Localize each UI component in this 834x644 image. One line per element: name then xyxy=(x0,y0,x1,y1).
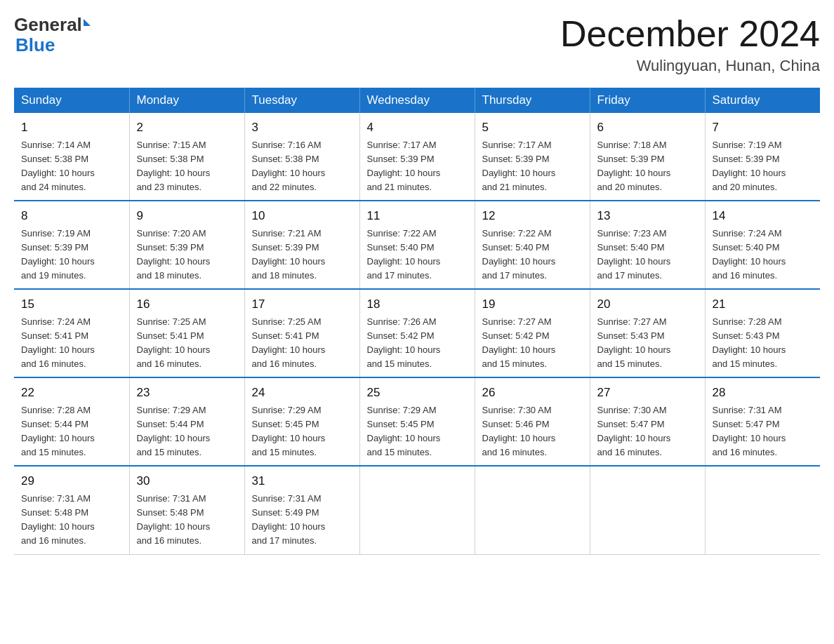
day-cell-24: 24Sunrise: 7:29 AMSunset: 5:45 PMDayligh… xyxy=(244,377,359,466)
week-row-4: 22Sunrise: 7:28 AMSunset: 5:44 PMDayligh… xyxy=(14,377,820,466)
day-info: Sunrise: 7:19 AMSunset: 5:39 PMDaylight:… xyxy=(713,138,814,195)
empty-cell xyxy=(705,466,820,554)
day-number: 6 xyxy=(597,119,698,137)
empty-cell xyxy=(475,466,590,554)
day-info: Sunrise: 7:27 AMSunset: 5:42 PMDaylight:… xyxy=(482,315,583,372)
day-number: 1 xyxy=(21,119,122,137)
day-number: 30 xyxy=(137,472,237,490)
header-day-friday: Friday xyxy=(590,88,705,113)
day-cell-20: 20Sunrise: 7:27 AMSunset: 5:43 PMDayligh… xyxy=(590,289,705,377)
day-cell-9: 9Sunrise: 7:20 AMSunset: 5:39 PMDaylight… xyxy=(129,201,244,289)
logo-general: General xyxy=(14,14,82,36)
day-number: 8 xyxy=(21,207,122,225)
day-info: Sunrise: 7:29 AMSunset: 5:45 PMDaylight:… xyxy=(367,403,468,460)
header-day-wednesday: Wednesday xyxy=(359,88,475,113)
day-cell-7: 7Sunrise: 7:19 AMSunset: 5:39 PMDaylight… xyxy=(705,113,820,201)
day-cell-21: 21Sunrise: 7:28 AMSunset: 5:43 PMDayligh… xyxy=(705,289,820,377)
day-number: 22 xyxy=(21,384,122,402)
day-cell-28: 28Sunrise: 7:31 AMSunset: 5:47 PMDayligh… xyxy=(705,377,820,466)
day-number: 7 xyxy=(713,119,814,137)
day-cell-27: 27Sunrise: 7:30 AMSunset: 5:47 PMDayligh… xyxy=(590,377,705,466)
logo-area: General Blue xyxy=(14,14,91,56)
day-number: 5 xyxy=(482,119,583,137)
day-cell-8: 8Sunrise: 7:19 AMSunset: 5:39 PMDaylight… xyxy=(14,201,129,289)
day-cell-31: 31Sunrise: 7:31 AMSunset: 5:49 PMDayligh… xyxy=(244,466,359,554)
logo: General xyxy=(14,14,91,36)
day-number: 24 xyxy=(252,384,352,402)
location-title: Wulingyuan, Hunan, China xyxy=(560,57,820,75)
header-day-thursday: Thursday xyxy=(475,88,590,113)
day-info: Sunrise: 7:25 AMSunset: 5:41 PMDaylight:… xyxy=(252,315,352,372)
calendar-table: SundayMondayTuesdayWednesdayThursdayFrid… xyxy=(14,88,820,554)
day-info: Sunrise: 7:31 AMSunset: 5:47 PMDaylight:… xyxy=(713,403,814,460)
day-cell-17: 17Sunrise: 7:25 AMSunset: 5:41 PMDayligh… xyxy=(244,289,359,377)
day-number: 14 xyxy=(713,207,814,225)
day-number: 28 xyxy=(713,384,814,402)
day-number: 11 xyxy=(367,207,468,225)
day-cell-10: 10Sunrise: 7:21 AMSunset: 5:39 PMDayligh… xyxy=(244,201,359,289)
day-cell-19: 19Sunrise: 7:27 AMSunset: 5:42 PMDayligh… xyxy=(475,289,590,377)
day-info: Sunrise: 7:24 AMSunset: 5:40 PMDaylight:… xyxy=(713,227,814,283)
day-info: Sunrise: 7:31 AMSunset: 5:49 PMDaylight:… xyxy=(252,492,352,549)
header-day-monday: Monday xyxy=(129,88,244,113)
day-cell-16: 16Sunrise: 7:25 AMSunset: 5:41 PMDayligh… xyxy=(129,289,244,377)
day-info: Sunrise: 7:18 AMSunset: 5:39 PMDaylight:… xyxy=(597,138,698,195)
day-number: 16 xyxy=(137,295,237,314)
day-number: 20 xyxy=(597,295,698,314)
day-number: 17 xyxy=(252,295,352,314)
day-info: Sunrise: 7:19 AMSunset: 5:39 PMDaylight:… xyxy=(21,227,122,283)
empty-cell xyxy=(590,466,705,554)
day-info: Sunrise: 7:21 AMSunset: 5:39 PMDaylight:… xyxy=(252,227,352,283)
day-number: 25 xyxy=(367,384,468,402)
day-cell-1: 1Sunrise: 7:14 AMSunset: 5:38 PMDaylight… xyxy=(14,113,129,201)
day-info: Sunrise: 7:31 AMSunset: 5:48 PMDaylight:… xyxy=(137,492,237,549)
day-info: Sunrise: 7:30 AMSunset: 5:46 PMDaylight:… xyxy=(482,403,583,460)
day-number: 4 xyxy=(367,119,468,137)
day-number: 19 xyxy=(482,295,583,314)
day-info: Sunrise: 7:29 AMSunset: 5:45 PMDaylight:… xyxy=(252,403,352,460)
day-cell-23: 23Sunrise: 7:29 AMSunset: 5:44 PMDayligh… xyxy=(129,377,244,466)
day-info: Sunrise: 7:28 AMSunset: 5:44 PMDaylight:… xyxy=(21,403,122,460)
day-cell-2: 2Sunrise: 7:15 AMSunset: 5:38 PMDaylight… xyxy=(129,113,244,201)
day-info: Sunrise: 7:31 AMSunset: 5:48 PMDaylight:… xyxy=(21,492,122,549)
day-number: 3 xyxy=(252,119,352,137)
day-cell-25: 25Sunrise: 7:29 AMSunset: 5:45 PMDayligh… xyxy=(359,377,475,466)
header-day-sunday: Sunday xyxy=(14,88,129,113)
day-number: 15 xyxy=(21,295,122,314)
day-info: Sunrise: 7:29 AMSunset: 5:44 PMDaylight:… xyxy=(137,403,237,460)
day-info: Sunrise: 7:20 AMSunset: 5:39 PMDaylight:… xyxy=(137,227,237,283)
day-cell-30: 30Sunrise: 7:31 AMSunset: 5:48 PMDayligh… xyxy=(129,466,244,554)
header-day-saturday: Saturday xyxy=(705,88,820,113)
day-cell-22: 22Sunrise: 7:28 AMSunset: 5:44 PMDayligh… xyxy=(14,377,129,466)
day-number: 29 xyxy=(21,472,122,490)
day-cell-5: 5Sunrise: 7:17 AMSunset: 5:39 PMDaylight… xyxy=(475,113,590,201)
header-row: SundayMondayTuesdayWednesdayThursdayFrid… xyxy=(14,88,820,113)
day-number: 2 xyxy=(137,119,237,137)
empty-cell xyxy=(359,466,475,554)
day-cell-4: 4Sunrise: 7:17 AMSunset: 5:39 PMDaylight… xyxy=(359,113,475,201)
day-number: 12 xyxy=(482,207,583,225)
day-info: Sunrise: 7:22 AMSunset: 5:40 PMDaylight:… xyxy=(367,227,468,283)
day-cell-26: 26Sunrise: 7:30 AMSunset: 5:46 PMDayligh… xyxy=(475,377,590,466)
week-row-2: 8Sunrise: 7:19 AMSunset: 5:39 PMDaylight… xyxy=(14,201,820,289)
day-info: Sunrise: 7:14 AMSunset: 5:38 PMDaylight:… xyxy=(21,138,122,195)
day-cell-14: 14Sunrise: 7:24 AMSunset: 5:40 PMDayligh… xyxy=(705,201,820,289)
day-info: Sunrise: 7:23 AMSunset: 5:40 PMDaylight:… xyxy=(597,227,698,283)
day-number: 9 xyxy=(137,207,237,225)
week-row-1: 1Sunrise: 7:14 AMSunset: 5:38 PMDaylight… xyxy=(14,113,820,201)
day-number: 10 xyxy=(252,207,352,225)
day-cell-15: 15Sunrise: 7:24 AMSunset: 5:41 PMDayligh… xyxy=(14,289,129,377)
logo-triangle xyxy=(84,19,91,26)
day-cell-6: 6Sunrise: 7:18 AMSunset: 5:39 PMDaylight… xyxy=(590,113,705,201)
header-day-tuesday: Tuesday xyxy=(244,88,359,113)
day-number: 31 xyxy=(252,472,352,490)
day-info: Sunrise: 7:24 AMSunset: 5:41 PMDaylight:… xyxy=(21,315,122,372)
day-cell-29: 29Sunrise: 7:31 AMSunset: 5:48 PMDayligh… xyxy=(14,466,129,554)
day-info: Sunrise: 7:22 AMSunset: 5:40 PMDaylight:… xyxy=(482,227,583,283)
day-cell-3: 3Sunrise: 7:16 AMSunset: 5:38 PMDaylight… xyxy=(244,113,359,201)
day-number: 23 xyxy=(137,384,237,402)
title-area: December 2024 Wulingyuan, Hunan, China xyxy=(560,14,820,75)
day-cell-12: 12Sunrise: 7:22 AMSunset: 5:40 PMDayligh… xyxy=(475,201,590,289)
week-row-5: 29Sunrise: 7:31 AMSunset: 5:48 PMDayligh… xyxy=(14,466,820,554)
day-number: 18 xyxy=(367,295,468,314)
